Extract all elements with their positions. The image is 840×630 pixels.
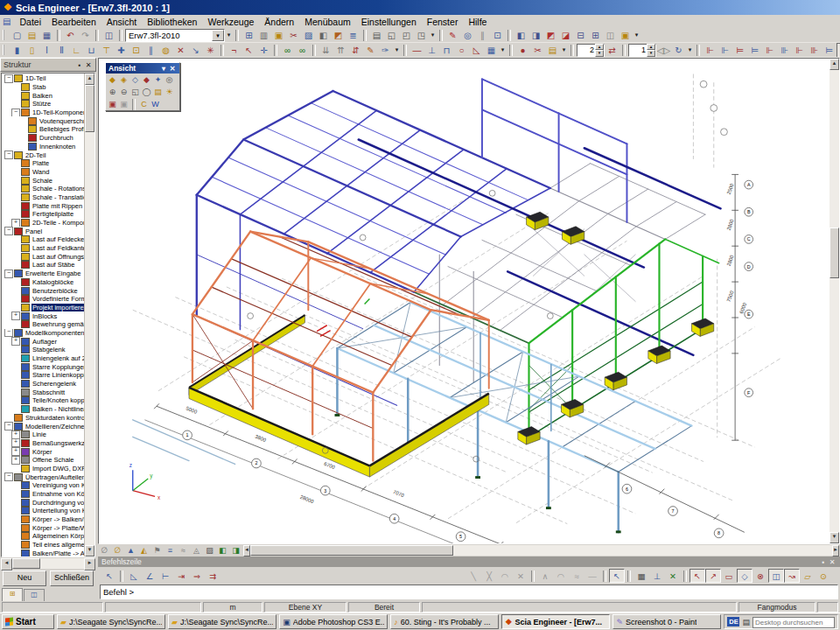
desktop-search-input[interactable]: [752, 617, 835, 628]
tree-item-innenknoten[interactable]: Innenknoten: [2, 143, 84, 151]
picture-gallery-button[interactable]: ◩: [331, 29, 346, 42]
perspective-view-button[interactable]: ◭: [137, 545, 150, 556]
dropdown-arrow-icon[interactable]: ▾: [393, 46, 401, 53]
mirror-button[interactable]: ◁▷: [656, 44, 671, 57]
tree-item-offene-schale[interactable]: +Offene Schale: [2, 456, 84, 465]
cross-section-arrow-button[interactable]: ↘: [188, 44, 203, 57]
connection-2-button[interactable]: ⊩: [718, 44, 732, 57]
snap-cross-button[interactable]: ✕: [665, 569, 681, 583]
line-cross-button[interactable]: ╳: [481, 569, 497, 583]
tracking-1-button[interactable]: ⇥: [173, 569, 189, 583]
tree-item-last-auf-öffnungskan[interactable]: Last auf Öffnungskan: [2, 252, 84, 261]
view-window-8-button[interactable]: ▣: [618, 29, 633, 42]
tree-item-liniengelenk-auf-2d-t[interactable]: Liniengelenk auf 2D-T: [2, 354, 84, 363]
tree-expander[interactable]: +: [11, 447, 20, 456]
connection-9-button[interactable]: ⊨: [822, 44, 836, 57]
tree-item-fertigteilplatte[interactable]: Fertigteilplatte: [2, 210, 84, 219]
move-to-front-button[interactable]: ⇈: [333, 44, 348, 57]
pin-icon[interactable]: ▪: [75, 61, 84, 69]
command-input[interactable]: [100, 584, 838, 599]
trim-button[interactable]: ✂: [530, 44, 545, 57]
cross-section-u-button[interactable]: ⊔: [84, 44, 99, 57]
menu-menübaum[interactable]: Menübaum: [299, 16, 356, 28]
tree-expander[interactable]: −: [4, 329, 13, 338]
node-tool-3-button[interactable]: ✛: [256, 44, 271, 57]
tree-item-körper[interactable]: +Körper: [2, 447, 84, 456]
tree-expander[interactable]: −: [4, 150, 13, 159]
task-scia-engineer-erw7[interactable]: ❖Scia Engineer - [Erw7...: [501, 614, 610, 629]
node-tool-1-button[interactable]: ¬: [227, 44, 242, 57]
cross-section-box-button[interactable]: ⊡: [129, 44, 144, 57]
tree-expander[interactable]: +: [11, 337, 20, 346]
zoom-in-button[interactable]: ⊕: [107, 87, 118, 98]
tree-item-benutzerblöcke[interactable]: Benutzerblöcke: [2, 286, 84, 295]
draw-rectangle-button[interactable]: ⊓: [439, 44, 454, 57]
layers-button[interactable]: ≣: [346, 29, 360, 42]
tree-item-auflager[interactable]: +Auflager: [2, 337, 84, 346]
print-button[interactable]: ▤: [369, 29, 384, 42]
gallery-button[interactable]: ▣: [271, 29, 286, 42]
tree-item-durchbruch[interactable]: Durchbruch: [2, 134, 84, 143]
visibility-a-button[interactable]: ∞: [280, 44, 295, 57]
wireframe-window-button[interactable]: W: [150, 99, 161, 110]
tree-item-inblocks[interactable]: +InBlocks: [2, 312, 84, 320]
tree-item-modellieren-zeichnen[interactable]: −Modellieren/Zeichnen: [2, 422, 84, 430]
task-60-sting-it-s-probably[interactable]: ♪60. Sting - It's Probably ...: [390, 614, 499, 629]
polyline-d-button[interactable]: —: [584, 569, 600, 583]
model-viewport[interactable]: 5000 3800 6700 7070 28000 2500 2800 2800…: [98, 58, 840, 544]
menu-bearbeiten[interactable]: Bearbeiten: [46, 16, 102, 28]
delete-segment-button[interactable]: ✕: [513, 569, 528, 583]
tree-expander[interactable]: −: [4, 422, 13, 430]
print-preview-button[interactable]: ◱: [384, 29, 399, 42]
zoom-out-button[interactable]: ⊖: [118, 87, 130, 98]
storey-levels-button[interactable]: ⊡: [490, 29, 505, 42]
dropdown-arrow-icon[interactable]: ▾: [633, 32, 640, 38]
line-segment-button[interactable]: ╲: [466, 569, 481, 583]
brush-properties-button[interactable]: ✎: [363, 44, 378, 57]
node-tool-2-button[interactable]: ↖: [242, 44, 256, 57]
snap-endpoint-button[interactable]: ↗: [705, 569, 721, 583]
task-screenshot-0-paint[interactable]: ✎Screenshot 0 - Paint: [612, 614, 721, 629]
view-window-3-button[interactable]: ◩: [543, 29, 558, 42]
tree-item-körper-platte-wan[interactable]: Körper -> Platte/Wan: [2, 523, 84, 532]
tree-expander[interactable]: −: [4, 472, 13, 481]
snap-ortho-button[interactable]: ⊥: [649, 569, 665, 583]
annotate-button[interactable]: ✎: [445, 29, 460, 42]
view-member-labels-button[interactable]: ◈: [118, 74, 130, 86]
selection-off-button[interactable]: ∅: [98, 545, 111, 556]
cross-section-ii-button[interactable]: Ⅱ: [54, 44, 69, 57]
tree-item-stabschnitt[interactable]: Stabschnitt: [2, 388, 84, 396]
redo-button[interactable]: ↷: [78, 29, 93, 42]
tree-item-übertragen-aufteilen-ver[interactable]: −Übertragen/Aufteilen/Ver: [2, 472, 84, 481]
scroll-up-icon[interactable]: ▲: [830, 59, 839, 70]
view-window-6-button[interactable]: ⊞: [588, 29, 603, 42]
task-j-seagate-sync-syncre[interactable]: ▰J:\Seagate Sync\SyncRe...: [168, 614, 276, 629]
scrollbar-thumb[interactable]: [250, 545, 453, 556]
tree-item-1d-teil-komponenten[interactable]: −1D-Teil-Komponenten: [2, 108, 84, 117]
view-supports-button[interactable]: ◇: [130, 74, 141, 86]
tree-vertical-scrollbar[interactable]: ▲ ▼: [84, 74, 94, 556]
scroll-down-icon[interactable]: ▼: [830, 532, 839, 543]
dropdown-arrow-icon[interactable]: ▾: [429, 32, 437, 38]
view-node-labels-button[interactable]: ◆: [107, 74, 118, 86]
chevron-down-icon[interactable]: ▾: [159, 65, 168, 73]
project-window-button[interactable]: ◫: [102, 29, 116, 42]
tree-item-starre-kopplungen[interactable]: Starre Kopplungen: [2, 362, 84, 371]
toolbar-grip[interactable]: [3, 30, 7, 40]
tree-item-panel[interactable]: −Panel: [2, 227, 84, 235]
menu-datei[interactable]: Datei: [14, 16, 46, 28]
tree-item-entnahme-von-körper[interactable]: Entnahme von Körper: [2, 490, 84, 499]
view-window-4-button[interactable]: ◪: [558, 29, 573, 42]
visibility-b-button[interactable]: ∞: [295, 44, 310, 57]
tree-item-starre-linienkopplung[interactable]: Starre Linienkopplung: [2, 371, 84, 380]
draw-perpendicular-button[interactable]: ⊥: [424, 44, 439, 57]
flag-view-button[interactable]: ⚑: [150, 545, 164, 556]
spinner-arrows-icon[interactable]: ▴▾: [595, 44, 604, 57]
tree-expander[interactable]: +: [11, 439, 20, 448]
snap-node-button[interactable]: ↖: [690, 569, 705, 583]
tree-expander[interactable]: −: [4, 270, 13, 278]
connection-6-button[interactable]: ⊪: [777, 44, 792, 57]
scrollbar-thumb[interactable]: [85, 85, 94, 132]
spinner-arrows-icon[interactable]: ▴▾: [647, 44, 655, 57]
draw-line-button[interactable]: —: [410, 44, 424, 57]
